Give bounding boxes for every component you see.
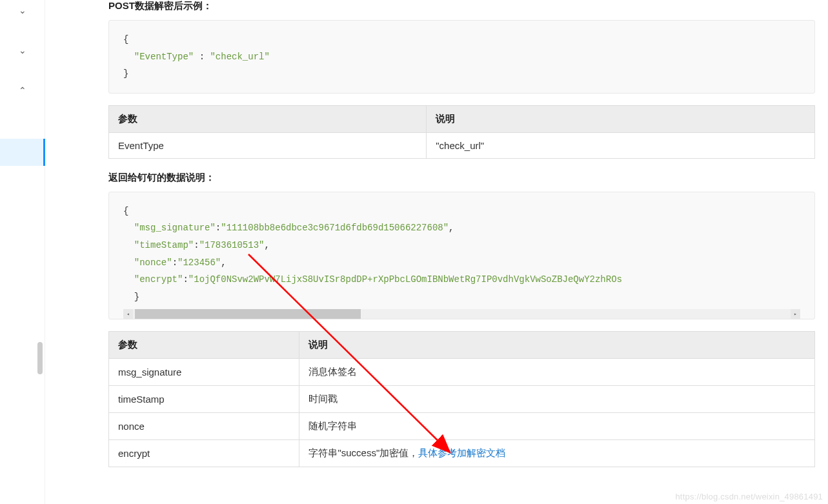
json-value: "111108bb8e6dbce3c9671d6fdb69d1506622760… [221,223,449,233]
main-content: POST数据解密后示例： { "EventType" : "check_url"… [45,0,828,504]
scroll-left-icon[interactable]: ◂ [123,309,133,319]
table-cell-desc: 字符串"success"加密值，具体参考加解密文档 [299,440,815,467]
json-value: "1ojQf0NSvw2WPvW7LijxS8UvISr8pdDP+rXpPbc… [188,274,622,285]
table-header-desc: 说明 [299,332,815,359]
table-cell-param: nonce [109,413,299,440]
json-key: "msg_signature" [134,223,216,233]
scrollbar-thumb[interactable] [135,309,361,319]
json-brace-close: } [134,292,139,302]
watermark: https://blog.csdn.net/weixin_49861491 [675,492,823,501]
chevron-down-icon[interactable]: ⌄ [0,40,45,61]
json-colon: : [183,274,188,285]
json-comma: , [264,240,269,250]
json-colon: : [216,223,221,233]
table-row: EventType "check_url" [109,132,815,158]
json-brace-close: } [123,68,128,79]
table-header-param: 参数 [109,105,427,132]
json-key: "timeStamp" [134,240,194,250]
params-table-2: 参数 说明 msg_signature 消息体签名 timeStamp 时间戳 … [108,331,815,467]
json-colon: : [172,257,177,268]
table-cell-param: EventType [109,132,427,158]
sidebar-scrollbar[interactable] [37,342,43,374]
sidebar: ⌄ ⌄ ⌃ [0,0,45,504]
table-row: nonce 随机字符串 [109,413,815,440]
sidebar-active-item[interactable] [0,139,45,166]
table-row: msg_signature 消息体签名 [109,359,815,386]
json-value: "check_url" [210,52,269,62]
json-comma: , [221,257,226,268]
desc-prefix: 字符串"success"加密值， [308,447,418,458]
code-scrollbar[interactable]: ◂▸ [123,309,800,319]
table-cell-param: timeStamp [109,386,299,413]
table-header-desc: 说明 [427,105,815,132]
section-title-truncated: POST数据解密后示例： [108,0,815,12]
json-brace-open: { [123,206,128,216]
chevron-down-icon[interactable]: ⌄ [0,0,45,21]
chevron-up-icon[interactable]: ⌃ [0,80,45,101]
scroll-right-icon[interactable]: ▸ [791,309,800,319]
table-cell-desc: 时间戳 [299,386,815,413]
table-cell-desc: 消息体签名 [299,359,815,386]
table-cell-param: encrypt [109,440,299,467]
json-key: "encrypt" [134,274,183,285]
json-key: "EventType" [134,52,194,62]
json-value: "1783610513" [199,240,265,250]
params-table-1: 参数 说明 EventType "check_url" [108,105,815,159]
json-comma: , [449,223,454,233]
json-value: "123456" [177,257,221,268]
code-block-response: { "msg_signature":"111108bb8e6dbce3c9671… [108,192,815,320]
json-colon: : [194,52,210,62]
table-header-param: 参数 [109,332,299,359]
table-row: encrypt 字符串"success"加密值，具体参考加解密文档 [109,440,815,467]
table-cell-desc: "check_url" [427,132,815,158]
section-title-response: 返回给钉钉的数据说明： [108,172,815,184]
table-row: timeStamp 时间戳 [109,386,815,413]
table-cell-param: msg_signature [109,359,299,386]
json-brace-open: { [123,34,128,45]
json-key: "nonce" [134,257,172,268]
code-block-eventtype: { "EventType" : "check_url" } [108,20,815,94]
doc-link[interactable]: 具体参考加解密文档 [418,447,505,458]
json-colon: : [194,240,199,250]
table-cell-desc: 随机字符串 [299,413,815,440]
